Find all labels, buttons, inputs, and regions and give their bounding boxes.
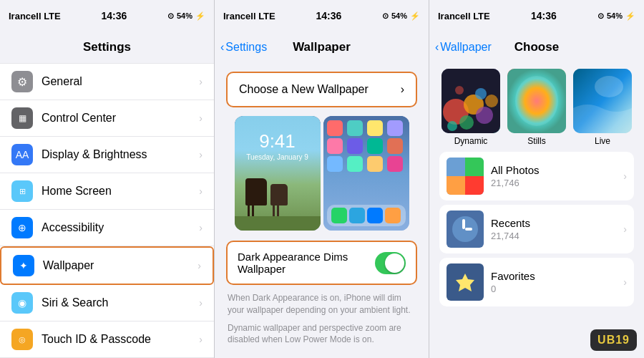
dock: [327, 205, 406, 226]
svg-point-3: [459, 115, 474, 130]
ground: [235, 216, 321, 231]
general-chevron: ›: [199, 76, 203, 87]
battery-icon-3: ⊙: [597, 11, 604, 21]
status-bar-2: Irancell LTE 14:36 ⊙ 54% ⚡: [215, 0, 429, 32]
siri-icon: ◉: [11, 292, 33, 314]
svg-point-4: [476, 107, 493, 124]
display-chevron: ›: [199, 149, 203, 160]
dark-dims-toggle[interactable]: [375, 252, 406, 274]
svg-point-8: [447, 121, 457, 131]
back-label: Settings: [225, 41, 267, 54]
status-bar-3: Irancell LTE 14:36 ⊙ 54% ⚡: [429, 0, 644, 32]
icons-row3: [327, 156, 406, 172]
dynamic-label: Dynamic: [454, 136, 488, 146]
settings-item-wallpaper[interactable]: ✦ Wallpaper ›: [0, 246, 214, 285]
touchid-label: Touch ID & Passcode: [42, 333, 199, 346]
carrier-2: Irancell LTE: [223, 11, 275, 21]
accessibility-chevron: ›: [199, 222, 203, 233]
settings-item-general[interactable]: ⚙ General ›: [0, 64, 214, 100]
app-icon: [327, 138, 343, 154]
settings-item-control[interactable]: ▦ Control Center ›: [0, 100, 214, 137]
settings-item-accessibility[interactable]: ⊕ Accessibility ›: [0, 210, 214, 246]
favorites-chevron: ›: [623, 276, 627, 288]
choose-wallpaper-label: Choose a New Wallpaper: [239, 83, 369, 96]
choose-back-button[interactable]: ‹ Wallpaper: [435, 41, 492, 54]
wallpaper-back-button[interactable]: ‹ Settings: [220, 41, 267, 54]
choose-back-label: Wallpaper: [440, 41, 491, 54]
lock-goat-scene: 9:41 Tuesday, January 9: [235, 116, 321, 231]
all-photos-count: 21,746: [491, 178, 623, 188]
all-photos-art: [447, 158, 484, 195]
back-chevron-icon: ‹: [220, 41, 224, 54]
recents-thumb: [447, 211, 484, 248]
all-photos-chevron: ›: [623, 170, 627, 182]
icons-row2: [327, 138, 406, 154]
choose-new-wallpaper-button[interactable]: Choose a New Wallpaper ›: [226, 72, 417, 107]
battery-status-1: ⊙ 54% ⚡: [167, 11, 205, 21]
charging-icon-2: ⚡: [410, 11, 420, 21]
wallpaper-nav: ‹ Settings Wallpaper: [215, 32, 429, 63]
settings-group-main: ⚙ General › ▦ Control Center › AA Displa…: [0, 63, 214, 358]
settings-item-display[interactable]: AA Display & Brightness ›: [0, 137, 214, 173]
live-label: Live: [595, 136, 610, 146]
live-art: [573, 69, 632, 133]
svg-rect-21: [465, 228, 472, 231]
app-icon: [347, 156, 363, 172]
category-dynamic[interactable]: Dynamic: [439, 69, 502, 146]
goat2-leg1: [273, 205, 275, 216]
category-stills[interactable]: Stills: [505, 69, 568, 146]
settings-nav-header: Settings: [0, 32, 214, 63]
album-favorites[interactable]: Favorites 0 ›: [439, 258, 634, 306]
svg-rect-20: [462, 219, 465, 229]
dock-icon-3: [367, 208, 383, 223]
control-chevron: ›: [199, 112, 203, 124]
dock-icon-4: [385, 208, 401, 223]
carrier-1: Irancell LTE: [9, 11, 61, 21]
app-icon: [387, 120, 403, 136]
stills-thumb: [507, 69, 566, 133]
time-2: 14:36: [316, 10, 341, 21]
app-icon: [327, 120, 343, 136]
settings-item-touchid[interactable]: ◎ Touch ID & Passcode ›: [0, 321, 214, 358]
control-icon: ▦: [11, 107, 33, 129]
svg-point-5: [475, 88, 487, 100]
lock-screen-preview: 9:41 Tuesday, January 9: [235, 116, 321, 231]
charging-icon-3: ⚡: [625, 11, 635, 21]
accessibility-icon: ⊕: [11, 217, 33, 238]
settings-panel: Irancell LTE 14:36 ⊙ 54% ⚡ Settings ⚙ Ge…: [0, 0, 215, 358]
goat2-leg2: [277, 205, 279, 216]
stills-label: Stills: [527, 136, 545, 146]
app-icon: [327, 156, 343, 172]
wallpaper-content: Choose a New Wallpaper › 9:41 Tuesday, J…: [215, 63, 429, 358]
display-icon: AA: [11, 144, 33, 165]
dynamic-art: [441, 69, 500, 133]
svg-rect-15: [465, 158, 484, 176]
album-list: All Photos 21,746 › Recents 21,: [439, 152, 634, 306]
toggle-knob: [385, 253, 404, 273]
settings-item-home[interactable]: ⊞ Home Screen ›: [0, 173, 214, 210]
app-icon: [347, 138, 363, 154]
favorites-thumb: [447, 263, 484, 301]
settings-item-siri[interactable]: ◉ Siri & Search ›: [0, 285, 214, 321]
category-thumbs: Dynamic: [439, 69, 634, 146]
svg-point-12: [595, 76, 623, 97]
wallpaper-label: Wallpaper: [43, 259, 197, 272]
all-photos-info: All Photos 21,746: [491, 164, 623, 188]
svg-rect-17: [465, 176, 484, 195]
preview-time: 9:41: [235, 130, 321, 153]
time-3: 14:36: [531, 10, 557, 21]
app-icon: [387, 156, 403, 172]
category-live[interactable]: Live: [571, 69, 634, 146]
home-screen-preview: [323, 116, 409, 231]
choose-chevron-icon: ›: [401, 83, 404, 96]
album-all-photos[interactable]: All Photos 21,746 ›: [439, 152, 634, 200]
goat2-body: [270, 184, 288, 205]
watermark: UB19: [590, 329, 637, 351]
all-photos-thumb: [447, 158, 484, 195]
dock-icon-2: [349, 208, 365, 223]
preview-date: Tuesday, January 9: [235, 153, 321, 161]
touchid-icon: ◎: [11, 329, 33, 350]
display-label: Display & Brightness: [42, 148, 199, 161]
recents-info: Recents 21,744: [491, 217, 623, 241]
album-recents[interactable]: Recents 21,744 ›: [439, 205, 634, 253]
